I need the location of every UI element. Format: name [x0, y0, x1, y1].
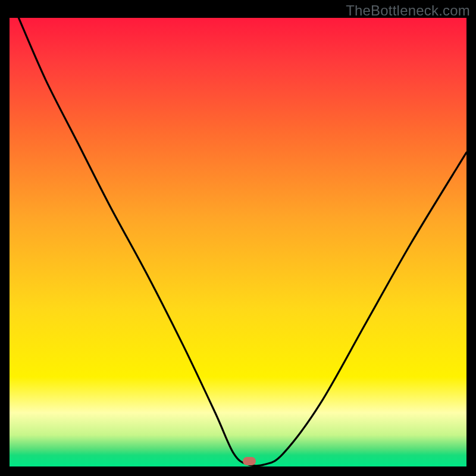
watermark-text: TheBottleneck.com	[346, 2, 470, 19]
chart-frame	[10, 18, 466, 466]
optimum-marker	[243, 457, 256, 465]
chart-gradient-background	[10, 18, 466, 466]
